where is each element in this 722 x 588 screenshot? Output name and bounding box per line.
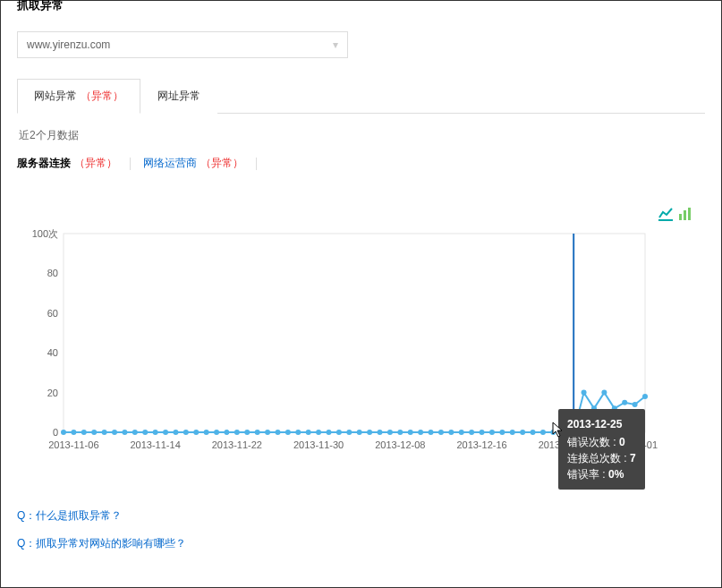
- cursor-icon: [552, 422, 566, 439]
- svg-text:2013-11-22: 2013-11-22: [212, 439, 262, 450]
- filter-server-connection[interactable]: 服务器连接 （异常）: [17, 156, 117, 171]
- svg-point-63: [499, 430, 505, 435]
- tab-label: 网站异常: [34, 89, 77, 104]
- svg-text:100次: 100次: [32, 228, 58, 239]
- chart-tooltip: 2013-12-25 错误次数 : 0 连接总次数 : 7 错误率 : 0%: [558, 409, 645, 490]
- site-select[interactable]: www.yirenzu.com ▾: [17, 31, 348, 58]
- svg-point-57: [438, 430, 444, 435]
- line-chart[interactable]: 020406080100次2013-11-062013-11-142013-11…: [19, 226, 663, 462]
- svg-point-31: [173, 430, 178, 435]
- svg-point-40: [265, 430, 270, 435]
- svg-text:2013-11-14: 2013-11-14: [130, 439, 180, 450]
- status-badge: （异常）: [74, 156, 117, 171]
- tabs: 网站异常 （异常） 网址异常: [17, 78, 705, 114]
- svg-point-71: [582, 390, 587, 396]
- svg-rect-2: [684, 210, 686, 220]
- tooltip-row: 错误次数 : 0: [567, 434, 636, 450]
- svg-point-39: [255, 430, 260, 435]
- site-select-value: www.yirenzu.com: [27, 38, 110, 51]
- filter-label: 网络运营商: [143, 156, 197, 171]
- faq-links: Q：什么是抓取异常？ Q：抓取异常对网站的影响有哪些？: [17, 508, 705, 551]
- svg-rect-3: [688, 208, 691, 220]
- svg-point-75: [622, 400, 627, 405]
- status-badge: （异常）: [81, 89, 123, 104]
- filter-row: 服务器连接 （异常） 网络运营商 （异常）: [17, 156, 705, 171]
- svg-point-36: [224, 430, 229, 435]
- svg-point-29: [153, 430, 158, 435]
- svg-point-30: [163, 430, 168, 435]
- tab-url-error[interactable]: 网址异常: [140, 79, 217, 114]
- svg-rect-1: [679, 214, 682, 220]
- svg-point-22: [81, 430, 87, 435]
- svg-point-49: [357, 430, 362, 435]
- svg-point-55: [418, 430, 423, 435]
- svg-text:20: 20: [47, 388, 58, 398]
- filter-network-isp[interactable]: 网络运营商 （异常）: [143, 156, 243, 171]
- page-title: 抓取异常: [17, 0, 705, 13]
- separator: [256, 158, 257, 170]
- status-badge: （异常）: [200, 156, 243, 171]
- svg-point-59: [459, 430, 464, 435]
- chevron-down-icon: ▾: [333, 38, 338, 51]
- svg-point-24: [102, 430, 107, 435]
- svg-point-61: [480, 430, 485, 435]
- svg-point-33: [193, 430, 199, 435]
- svg-point-51: [378, 430, 383, 435]
- svg-point-23: [91, 430, 97, 435]
- svg-point-37: [234, 430, 240, 435]
- tooltip-date: 2013-12-25: [567, 416, 636, 432]
- svg-text:2013-11-06: 2013-11-06: [48, 439, 98, 450]
- filter-label: 服务器连接: [17, 156, 71, 171]
- svg-point-66: [531, 430, 536, 435]
- separator: [130, 158, 131, 170]
- svg-point-77: [642, 394, 648, 399]
- svg-text:2013-12-08: 2013-12-08: [375, 439, 425, 450]
- svg-point-46: [326, 430, 331, 435]
- svg-point-60: [469, 430, 474, 435]
- svg-point-64: [510, 430, 515, 435]
- svg-point-38: [244, 430, 250, 435]
- svg-point-76: [633, 402, 638, 407]
- svg-point-62: [489, 430, 495, 435]
- date-range-note: 近2个月数据: [19, 128, 705, 143]
- line-chart-icon[interactable]: [658, 207, 673, 221]
- svg-point-28: [142, 430, 148, 435]
- svg-point-54: [408, 430, 413, 435]
- svg-text:2013-12-16: 2013-12-16: [456, 439, 506, 450]
- svg-point-35: [214, 430, 219, 435]
- svg-text:0: 0: [53, 427, 58, 438]
- svg-point-53: [397, 430, 403, 435]
- svg-point-58: [448, 430, 454, 435]
- svg-point-67: [540, 430, 546, 435]
- svg-rect-4: [64, 234, 645, 432]
- svg-point-20: [61, 430, 66, 435]
- bar-chart-icon[interactable]: [678, 207, 692, 221]
- svg-point-41: [275, 430, 280, 435]
- svg-point-34: [204, 430, 209, 435]
- svg-text:2013-11-30: 2013-11-30: [293, 439, 344, 450]
- svg-point-44: [306, 430, 311, 435]
- svg-point-25: [112, 430, 117, 435]
- faq-link-what-is[interactable]: Q：什么是抓取异常？: [17, 508, 705, 524]
- tab-site-error[interactable]: 网站异常 （异常）: [17, 79, 140, 114]
- svg-point-47: [336, 430, 342, 435]
- tooltip-row: 连接总次数 : 7: [567, 450, 636, 466]
- svg-point-32: [183, 430, 189, 435]
- svg-text:60: 60: [47, 308, 58, 319]
- faq-link-impact[interactable]: Q：抓取异常对网站的影响有哪些？: [17, 536, 705, 551]
- svg-point-43: [295, 430, 301, 435]
- svg-point-50: [367, 430, 372, 435]
- svg-point-65: [520, 430, 525, 435]
- svg-text:40: 40: [47, 347, 58, 358]
- svg-text:80: 80: [47, 268, 58, 278]
- svg-point-42: [285, 430, 291, 435]
- svg-point-27: [132, 430, 138, 435]
- tab-label: 网址异常: [157, 89, 200, 105]
- svg-point-73: [601, 390, 607, 396]
- svg-point-45: [316, 430, 321, 435]
- svg-point-52: [387, 430, 393, 435]
- svg-point-56: [429, 430, 434, 435]
- svg-point-21: [71, 430, 76, 435]
- tooltip-row: 错误率 : 0%: [567, 466, 636, 482]
- svg-point-48: [346, 430, 352, 435]
